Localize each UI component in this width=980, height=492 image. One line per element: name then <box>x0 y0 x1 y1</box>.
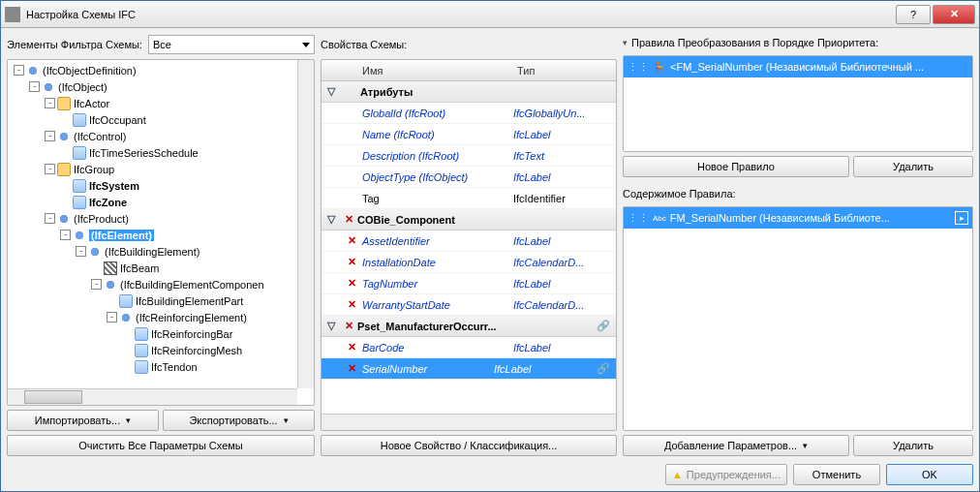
schema-group-row[interactable]: ▽✕Pset_ManufacturerOccurr...🔗 <box>322 316 616 337</box>
tree-row[interactable]: -(IfcReinforcingElement) <box>10 309 312 325</box>
delete-rule-button[interactable]: Удалить <box>853 156 973 177</box>
ok-button[interactable]: OK <box>886 464 973 485</box>
rule-row[interactable]: ⋮⋮ 🪑 <FM_SerialNumber (Независимый Библи… <box>624 56 972 77</box>
property-type: IfcGloballyUn... <box>513 108 616 119</box>
tree-row[interactable]: -(IfcBuildingElementComponen <box>10 276 312 292</box>
delete-content-button[interactable]: Удалить <box>853 435 973 456</box>
new-property-button[interactable]: Новое Свойство / Классификация... <box>321 435 617 456</box>
schema-property-row[interactable]: ✕BarCodeIfcLabel <box>322 337 616 358</box>
tree-row[interactable]: -(IfcControl) <box>10 128 312 144</box>
tree-row[interactable]: -IfcGroup <box>10 161 312 177</box>
warnings-button[interactable]: Предупреждения... <box>665 464 787 485</box>
expander-icon[interactable]: - <box>45 131 55 141</box>
schema-property-row[interactable]: Name (IfcRoot)IfcLabel <box>322 124 616 145</box>
dialog-title: Настройка Схемы IFC <box>26 9 894 20</box>
tree-row[interactable]: IfcZone <box>10 194 312 210</box>
tree-row[interactable]: IfcReinforcingMesh <box>10 342 312 358</box>
tree-row[interactable]: -(IfcObject) <box>10 78 312 95</box>
x-icon[interactable]: ✕ <box>345 277 358 290</box>
x-icon[interactable]: ✕ <box>345 234 358 247</box>
x-icon[interactable]: ✕ <box>345 256 358 268</box>
content-btn-row: Добавление Параметров... Удалить <box>623 435 973 456</box>
tree-row[interactable]: IfcTimeSeriesSchedule <box>10 144 312 161</box>
expander-icon[interactable]: - <box>91 279 102 290</box>
add-params-button[interactable]: Добавление Параметров... <box>623 435 849 456</box>
expander-icon[interactable]: - <box>45 164 55 174</box>
tree-label: IfcActor <box>74 98 109 109</box>
tree-row[interactable]: -(IfcElement) <box>10 227 312 243</box>
schema-group-row[interactable]: ▽Атрибуты <box>322 81 616 103</box>
schema-col-name[interactable]: Имя <box>358 65 513 77</box>
close-button[interactable]: ✕ <box>933 5 975 24</box>
expander-icon[interactable]: - <box>29 81 40 92</box>
schema-property-row[interactable]: ✕TagNumberIfcLabel <box>322 273 616 294</box>
property-type: IfcLabel <box>513 278 616 290</box>
schema-group-row[interactable]: ▽✕COBie_Component <box>322 209 616 231</box>
obj-icon <box>57 97 71 110</box>
tree-row[interactable]: -(IfcObjectDefinition) <box>10 62 312 78</box>
property-name: AssetIdentifier <box>358 235 513 247</box>
filter-label: Элементы Фильтра Схемы: <box>7 39 142 50</box>
import-button[interactable]: Импортировать... <box>7 410 159 431</box>
tree-label: (IfcControl) <box>74 131 126 142</box>
clear-all-button[interactable]: Очистить Все Параметры Схемы <box>7 435 315 456</box>
tri-icon[interactable]: ▽ <box>327 320 339 332</box>
tree-vscroll[interactable] <box>297 60 314 388</box>
property-name: SerialNumber <box>358 363 494 375</box>
schema-property-row[interactable]: GlobalId (IfcRoot)IfcGloballyUn... <box>322 103 616 124</box>
content-arrow-button[interactable]: ▸ <box>955 211 968 225</box>
schema-property-row[interactable]: ✕InstallationDateIfcCalendarD... <box>322 252 616 273</box>
tree-label: (IfcElement) <box>89 230 154 241</box>
tree[interactable]: -(IfcObjectDefinition)-(IfcObject)-IfcAc… <box>8 60 314 405</box>
schema-col-type[interactable]: Тип <box>513 65 616 77</box>
content-row[interactable]: ⋮⋮ Abc FM_SerialNumber (Независимый Библ… <box>624 207 972 229</box>
new-rule-button[interactable]: Новое Правило <box>623 156 849 177</box>
schema-property-row[interactable]: ✕AssetIdentifierIfcLabel <box>322 231 616 252</box>
schema-property-row[interactable]: Description (IfcRoot)IfcText <box>322 145 616 167</box>
expander-icon[interactable]: - <box>45 213 55 224</box>
tree-row[interactable]: IfcReinforcingBar <box>10 325 312 342</box>
grip-icon[interactable]: ⋮⋮ <box>628 212 649 225</box>
x-icon[interactable]: ✕ <box>345 341 358 354</box>
tree-row[interactable]: -(IfcBuildingElement) <box>10 243 312 260</box>
schema-property-row[interactable]: ✕SerialNumberIfcLabel🔗 <box>322 358 616 380</box>
schema-property-row[interactable]: TagIfcIdentifier <box>322 188 616 209</box>
tree-row[interactable]: -IfcActor <box>10 95 312 111</box>
hscroll-thumb[interactable] <box>24 390 82 404</box>
schema-property-row[interactable]: ✕WarrantyStartDateIfcCalendarD... <box>322 294 616 316</box>
expander-icon[interactable]: - <box>45 98 55 108</box>
export-button[interactable]: Экспортировать... <box>163 410 315 431</box>
tree-row[interactable]: -(IfcProduct) <box>10 210 312 227</box>
node-icon <box>42 80 55 94</box>
tree-row[interactable]: IfcBeam <box>10 260 312 276</box>
tree-row[interactable]: IfcOccupant <box>10 111 312 128</box>
expander-icon[interactable]: - <box>107 312 117 323</box>
filter-dropdown[interactable]: Все <box>148 35 315 54</box>
tree-hscroll[interactable] <box>8 388 297 405</box>
cancel-button[interactable]: Отменить <box>793 464 880 485</box>
x-icon[interactable]: ✕ <box>345 320 353 332</box>
tree-row[interactable]: IfcSystem <box>10 177 312 194</box>
grip-icon[interactable]: ⋮⋮ <box>628 61 649 74</box>
tri-icon[interactable]: ▽ <box>327 213 339 226</box>
x-icon[interactable]: ✕ <box>345 362 358 375</box>
col-rules: ▾ Правила Преобразования в Порядке Приор… <box>623 34 973 456</box>
tree-label: IfcTimeSeriesSchedule <box>89 147 199 159</box>
expander-icon[interactable]: - <box>76 246 86 257</box>
tri-icon[interactable]: ▽ <box>327 85 339 98</box>
hatch-icon <box>104 261 117 275</box>
schema-property-row[interactable]: ObjectType (IfcObject)IfcLabel <box>322 167 616 188</box>
obj-icon <box>57 163 71 176</box>
collapse-icon[interactable]: ▾ <box>623 38 628 47</box>
help-button[interactable]: ? <box>896 5 931 24</box>
expander-icon[interactable]: - <box>60 230 71 240</box>
leaf-icon <box>135 344 148 357</box>
rules-btn-row: Новое Правило Удалить <box>623 156 973 177</box>
schema-hscroll[interactable] <box>322 414 616 430</box>
tree-row[interactable]: IfcTendon <box>10 358 312 375</box>
x-icon[interactable]: ✕ <box>345 213 353 226</box>
x-icon[interactable]: ✕ <box>345 298 358 311</box>
expander-icon[interactable]: - <box>14 65 24 76</box>
property-type: IfcLabel <box>513 235 616 247</box>
tree-row[interactable]: IfcBuildingElementPart <box>10 292 312 309</box>
